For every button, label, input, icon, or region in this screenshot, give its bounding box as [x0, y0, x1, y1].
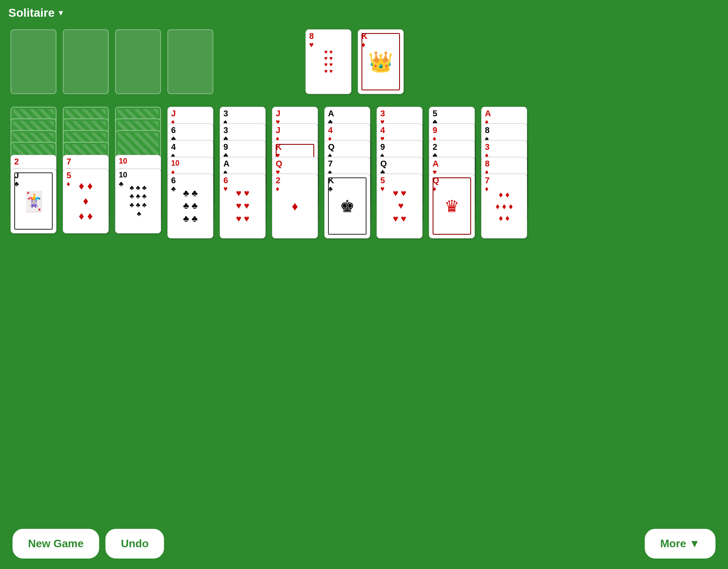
- tableau-7-card-5h[interactable]: 5 ♥ ♥ ♥ ♥♥ ♥: [377, 174, 423, 238]
- bottom-left-buttons: New Game Undo: [13, 529, 164, 559]
- title-text: Solitaire: [8, 6, 54, 20]
- foundation-card-kd[interactable]: K ♦ 👑: [358, 29, 404, 94]
- tableau-8-card-qd[interactable]: Q ♦ ♛: [429, 174, 475, 238]
- tableau-2-card-10c[interactable]: 10 ♣ ♣ ♣ ♣♣ ♣ ♣♣ ♣ ♣ ♣: [115, 169, 161, 233]
- title-arrow[interactable]: ▼: [57, 9, 64, 18]
- undo-button[interactable]: Undo: [105, 529, 164, 559]
- foundation-slot-2[interactable]: [115, 29, 161, 94]
- tableau-5-card-2d[interactable]: 2 ♦ ♦: [272, 174, 318, 238]
- foundation-card-8h[interactable]: 8 ♥ ♥ ♥♥ ♥♥ ♥♥ ♥: [305, 29, 351, 94]
- app-title: Solitaire ▼: [8, 6, 64, 20]
- foundation-slot-3[interactable]: [167, 29, 213, 94]
- more-button[interactable]: More ▼: [645, 529, 715, 559]
- tableau-3-card-6c-2[interactable]: 6 ♣ ♣ ♣♣ ♣♣ ♣: [167, 174, 213, 238]
- game-area: 8 ♥ ♥ ♥♥ ♥♥ ♥♥ ♥ K ♦ 👑 2 ♥ J ♣ 🃏 7 ♥ 5 ♦: [0, 23, 728, 569]
- foundation-slot-0[interactable]: [10, 29, 56, 94]
- tableau-0-card-jc[interactable]: J ♣ 🃏: [10, 169, 56, 233]
- tableau-9-card-7d[interactable]: 7 ♦ ♦ ♦♦ ♦ ♦♦ ♦: [481, 174, 527, 238]
- new-game-button[interactable]: New Game: [13, 529, 99, 559]
- tableau-6-card-kc[interactable]: K ♣ ♚: [324, 174, 370, 238]
- tableau-4-card-6h[interactable]: 6 ♥ ♥ ♥♥ ♥♥ ♥: [220, 174, 266, 238]
- bottom-bar: New Game Undo More ▼: [0, 529, 728, 559]
- tableau-1-card-5d[interactable]: 5 ♦ ♦ ♦♦♦ ♦: [63, 169, 109, 233]
- foundation-slot-1[interactable]: [63, 29, 109, 94]
